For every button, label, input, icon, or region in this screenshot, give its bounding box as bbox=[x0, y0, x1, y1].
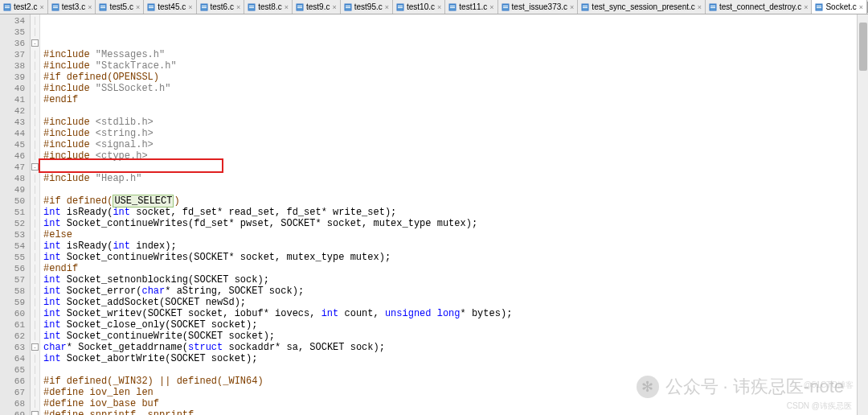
code-line[interactable]: #include <signal.h> bbox=[43, 139, 868, 150]
line-number: 35 bbox=[0, 27, 25, 38]
svg-rect-7 bbox=[100, 6, 105, 6]
fold-toggle[interactable]: - bbox=[31, 163, 39, 171]
fold-guide: │ bbox=[33, 152, 37, 160]
code-line[interactable]: #include "SSLSocket.h" bbox=[43, 83, 868, 94]
code-line[interactable]: int Socket_abortWrite(SOCKET socket); bbox=[43, 353, 868, 364]
code-line[interactable] bbox=[43, 105, 868, 117]
code-area[interactable]: #include "Messages.h"#include "StackTrac… bbox=[40, 14, 868, 415]
code-line[interactable]: #define iov_base buf bbox=[43, 398, 868, 409]
line-number: 41 bbox=[0, 94, 25, 105]
code-line[interactable]: int Socket_continueWrite(SOCKET socket); bbox=[43, 331, 868, 342]
svg-rect-35 bbox=[583, 7, 588, 8]
fold-guide: │ bbox=[33, 265, 37, 273]
tab-label: test6.c bbox=[211, 2, 234, 11]
line-number: 42 bbox=[0, 105, 25, 117]
tab-test11-c[interactable]: test11.c× bbox=[445, 0, 497, 14]
tab-test3-c[interactable]: test3.c× bbox=[48, 0, 96, 14]
code-line[interactable]: #include "StackTrace.h" bbox=[43, 60, 868, 72]
close-icon[interactable]: × bbox=[437, 3, 441, 11]
tab-test2-c[interactable]: test2.c× bbox=[0, 0, 48, 14]
fold-guide: │ bbox=[33, 400, 37, 408]
fold-toggle[interactable]: - bbox=[31, 411, 39, 415]
code-line[interactable]: #include "Messages.h" bbox=[43, 49, 868, 60]
tab-test_issue373-c[interactable]: test_issue373.c× bbox=[498, 0, 579, 14]
tab-label: test11.c bbox=[459, 2, 487, 11]
tab-label: test95.c bbox=[354, 2, 383, 11]
svg-rect-34 bbox=[583, 6, 588, 6]
watermark-csdn: CSDN @讳疾忌医 bbox=[787, 401, 852, 412]
tab-Socket-c[interactable]: Socket.c× bbox=[812, 0, 867, 14]
fold-guide: │ bbox=[33, 62, 37, 70]
tab-test5-c[interactable]: test5.c× bbox=[96, 0, 144, 14]
code-line[interactable]: #include "Heap.h" bbox=[43, 173, 868, 184]
code-line[interactable]: int Socket_addSocket(SOCKET newSd); bbox=[43, 297, 868, 308]
fold-guide: │ bbox=[33, 377, 37, 385]
fold-guide: │ bbox=[33, 118, 37, 126]
scrollbar-thumb[interactable] bbox=[859, 23, 867, 71]
tab-test_connect_destroy-c[interactable]: test_connect_destroy.c× bbox=[706, 0, 812, 14]
fold-toggle[interactable]: - bbox=[31, 343, 39, 351]
code-line[interactable] bbox=[43, 364, 868, 376]
tab-test10-c[interactable]: test10.c× bbox=[393, 0, 445, 14]
code-line[interactable]: #endif bbox=[43, 94, 868, 105]
close-icon[interactable]: × bbox=[332, 3, 336, 11]
code-line[interactable]: #else bbox=[43, 229, 868, 240]
close-icon[interactable]: × bbox=[285, 3, 289, 11]
tab-label: Socket.c bbox=[825, 2, 856, 11]
tab-test9-c[interactable]: test9.c× bbox=[293, 0, 341, 14]
vertical-scrollbar[interactable] bbox=[857, 14, 868, 415]
code-line[interactable]: int Socket_setnonblocking(SOCKET sock); bbox=[43, 274, 868, 286]
line-number: 37 bbox=[0, 49, 25, 60]
tab-test45-c[interactable]: test45.c× bbox=[144, 0, 196, 14]
code-line[interactable] bbox=[43, 184, 868, 195]
line-number: 58 bbox=[0, 286, 25, 297]
file-icon bbox=[200, 3, 208, 11]
svg-rect-32 bbox=[503, 7, 508, 8]
close-icon[interactable]: × bbox=[804, 3, 808, 11]
file-icon bbox=[296, 3, 304, 11]
code-line[interactable]: #define iov_len len bbox=[43, 387, 868, 398]
close-icon[interactable]: × bbox=[39, 3, 43, 11]
close-icon[interactable]: × bbox=[859, 3, 863, 11]
fold-guide: │ bbox=[33, 51, 37, 59]
close-icon[interactable]: × bbox=[188, 3, 192, 11]
file-icon bbox=[51, 3, 59, 11]
close-icon[interactable]: × bbox=[236, 3, 240, 11]
line-number: 39 bbox=[0, 72, 25, 83]
code-line[interactable]: #include <stdlib.h> bbox=[43, 117, 868, 128]
fold-toggle[interactable]: - bbox=[31, 39, 39, 47]
close-icon[interactable]: × bbox=[570, 3, 574, 11]
close-icon[interactable]: × bbox=[698, 3, 702, 11]
line-number: 54 bbox=[0, 240, 25, 252]
tab-test8-c[interactable]: test8.c× bbox=[244, 0, 293, 14]
close-icon[interactable]: × bbox=[385, 3, 389, 11]
code-line[interactable]: #include <ctype.h> bbox=[43, 150, 868, 162]
code-line[interactable]: #include <string.h> bbox=[43, 128, 868, 139]
svg-rect-29 bbox=[450, 7, 455, 8]
code-line[interactable]: #endif bbox=[43, 263, 868, 274]
line-number: 48 bbox=[0, 173, 25, 184]
code-line[interactable]: int Socket_continueWrites(SOCKET* socket… bbox=[43, 252, 868, 263]
code-line[interactable]: int Socket_continueWrites(fd_set* pwset,… bbox=[43, 218, 868, 229]
code-line[interactable]: #if defined(_WIN32) || defined(_WIN64) bbox=[43, 376, 868, 387]
code-line[interactable]: #define snprintf _snprintf bbox=[43, 409, 868, 415]
code-line[interactable]: int isReady(int socket, fd_set* read_set… bbox=[43, 207, 868, 218]
tab-test95-c[interactable]: test95.c× bbox=[341, 0, 393, 14]
file-icon bbox=[709, 3, 717, 11]
fold-guide: │ bbox=[33, 141, 37, 149]
close-icon[interactable]: × bbox=[136, 3, 140, 11]
code-line[interactable]: char* Socket_getaddrname(struct sockaddr… bbox=[43, 342, 868, 353]
tab-test6-c[interactable]: test6.c× bbox=[197, 0, 245, 14]
code-line[interactable]: int isReady(int index); bbox=[43, 240, 868, 252]
close-icon[interactable]: × bbox=[489, 3, 493, 11]
tab-test_sync_session_present-c[interactable]: test_sync_session_present.c× bbox=[578, 0, 706, 14]
close-icon[interactable]: × bbox=[88, 3, 92, 11]
file-icon bbox=[396, 3, 404, 11]
code-line[interactable] bbox=[43, 162, 868, 173]
svg-rect-17 bbox=[249, 7, 254, 8]
code-line[interactable]: int Socket_error(char* aString, SOCKET s… bbox=[43, 286, 868, 297]
code-line[interactable]: int Socket_writev(SOCKET socket, iobuf* … bbox=[43, 308, 868, 319]
code-line[interactable]: #if defined(USE_SELECT) bbox=[43, 195, 868, 207]
code-line[interactable]: #if defined(OPENSSL) bbox=[43, 72, 868, 83]
code-line[interactable]: int Socket_close_only(SOCKET socket); bbox=[43, 319, 868, 331]
